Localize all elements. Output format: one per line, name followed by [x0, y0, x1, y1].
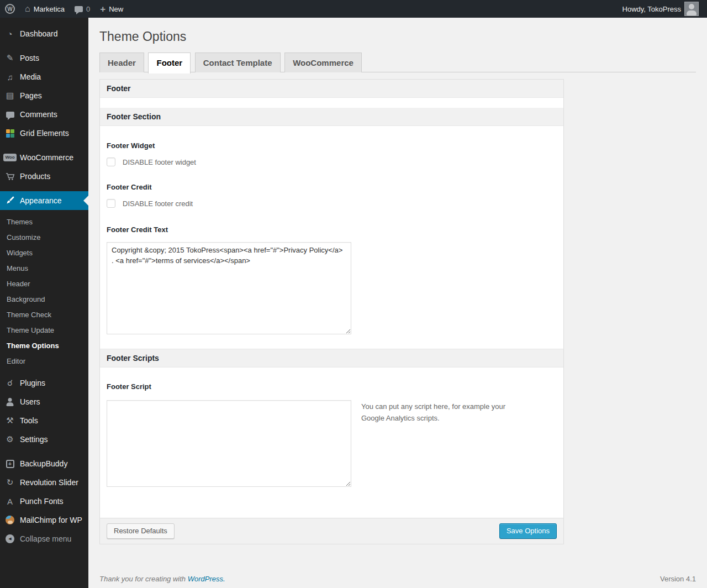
backup-drive-icon: +: [0, 460, 20, 468]
sidebar-item-posts[interactable]: ✎ Posts: [0, 49, 88, 67]
tab-woocommerce[interactable]: WooCommerce: [284, 53, 362, 72]
mailchimp-monkey-icon: [0, 516, 20, 524]
sidebar-item-label: Comments: [20, 110, 57, 119]
sidebar-item-label: WooCommerce: [20, 153, 73, 162]
account-menu[interactable]: Howdy, TokoPress: [618, 0, 704, 18]
group-body-empty: [100, 98, 563, 108]
collapse-menu-button[interactable]: ◀ Collapse menu: [0, 529, 88, 548]
submenu-item-editor[interactable]: Editor: [0, 354, 88, 369]
sidebar-item-tools[interactable]: ⚒ Tools: [0, 411, 88, 430]
wordpress-link[interactable]: WordPress.: [188, 575, 225, 583]
appearance-submenu: Themes Customize Widgets Menus Header Ba…: [0, 210, 88, 374]
sidebar-item-media[interactable]: ♫ Media: [0, 67, 88, 86]
admin-sidebar: ◔ Dashboard ✎ Posts ♫ Media ▤ Pages Comm…: [0, 18, 88, 588]
sidebar-item-dashboard[interactable]: ◔ Dashboard: [0, 24, 88, 43]
comments-icon: [0, 112, 20, 118]
footer-script-row: You can put any script here, for example…: [107, 400, 557, 487]
settings-icon: ⚙: [0, 434, 20, 444]
sidebar-item-woocommerce[interactable]: Woo WooCommerce: [0, 148, 88, 167]
sidebar-item-label: Appearance: [20, 196, 62, 206]
letter-a-icon: A: [0, 497, 20, 506]
sidebar-item-label: Users: [20, 397, 40, 407]
sidebar-item-products[interactable]: Products: [0, 167, 88, 186]
plugin-icon: ☌: [0, 378, 20, 388]
new-content-menu[interactable]: + New: [95, 0, 128, 18]
section-header-footer-scripts: Footer Scripts: [100, 349, 563, 368]
submenu-item-theme-update[interactable]: Theme Update: [0, 323, 88, 338]
submenu-item-widgets[interactable]: Widgets: [0, 245, 88, 261]
sidebar-item-settings[interactable]: ⚙ Settings: [0, 430, 88, 449]
submenu-item-header[interactable]: Header: [0, 276, 88, 292]
new-label: New: [109, 5, 123, 13]
tab-contact-template[interactable]: Contact Template: [195, 53, 281, 72]
footer-script-help: You can put any script here, for example…: [361, 400, 530, 487]
grid-elements-icon: [0, 129, 20, 138]
submenu-item-background[interactable]: Background: [0, 292, 88, 307]
sidebar-item-pages[interactable]: ▤ Pages: [0, 86, 88, 105]
footer-credit-label: Footer Credit: [107, 183, 557, 191]
sidebar-item-users[interactable]: Users: [0, 392, 88, 411]
submenu-item-menus[interactable]: Menus: [0, 261, 88, 276]
admin-footer: Thank you for creating with WordPress. V…: [99, 575, 696, 588]
sidebar-item-punch-fonts[interactable]: A Punch Fonts: [0, 492, 88, 511]
sidebar-item-label: Punch Fonts: [20, 497, 64, 506]
comments-bubble-icon: [75, 6, 83, 12]
disable-footer-credit-checkbox[interactable]: [107, 199, 115, 208]
comments-menu[interactable]: 0: [70, 0, 95, 18]
sidebar-item-comments[interactable]: Comments: [0, 105, 88, 124]
user-icon: [0, 397, 20, 406]
save-options-button[interactable]: Save Options: [499, 523, 557, 539]
sidebar-item-label: BackupBuddy: [20, 459, 67, 469]
collapse-menu-label: Collapse menu: [20, 534, 71, 544]
submenu-item-theme-check[interactable]: Theme Check: [0, 307, 88, 323]
admin-bar: W ⌂ Marketica 0 + New Howdy, TokoPress: [0, 0, 707, 18]
sidebar-item-label: Grid Elements: [20, 129, 69, 138]
panel-action-bar: Restore Defaults Save Options: [100, 518, 563, 544]
sidebar-item-label: Pages: [20, 91, 42, 101]
sidebar-item-plugins[interactable]: ☌ Plugins: [0, 374, 88, 392]
footer-script-label: Footer Script: [107, 382, 557, 391]
wp-logo-menu[interactable]: W: [0, 0, 20, 18]
site-name-menu[interactable]: ⌂ Marketica: [20, 0, 70, 18]
sidebar-item-label: Media: [20, 72, 41, 82]
avatar-person-icon: [685, 3, 698, 15]
sidebar-item-revolution-slider[interactable]: ↻ Revolution Slider: [0, 473, 88, 492]
howdy-label: Howdy, TokoPress: [622, 5, 681, 13]
rotate-arrows-icon: ↻: [0, 477, 20, 487]
footer-widget-label: Footer Widget: [107, 141, 557, 150]
options-panel: Footer Footer Section Footer Widget DISA…: [99, 79, 564, 544]
footer-credit-text-label: Footer Credit Text: [107, 225, 557, 234]
disable-footer-widget-label[interactable]: DISABLE footer widget: [123, 158, 196, 166]
sidebar-item-label: Tools: [20, 416, 38, 426]
submenu-item-theme-options[interactable]: Theme Options: [0, 338, 88, 354]
cart-icon: [0, 172, 20, 181]
paintbrush-icon: [0, 196, 20, 205]
group-header-footer: Footer: [100, 80, 563, 98]
disable-footer-widget-checkbox[interactable]: [107, 158, 115, 166]
tab-header[interactable]: Header: [99, 53, 144, 72]
submenu-item-themes[interactable]: Themes: [0, 214, 88, 230]
sidebar-item-grid-elements[interactable]: Grid Elements: [0, 124, 88, 143]
wordpress-logo-icon: W: [5, 4, 15, 14]
sidebar-item-appearance[interactable]: Appearance: [0, 191, 88, 210]
sidebar-item-backupbuddy[interactable]: + BackupBuddy: [0, 454, 88, 473]
sidebar-item-mailchimp[interactable]: MailChimp for WP: [0, 511, 88, 529]
footer-credit-checkbox-row: DISABLE footer credit: [107, 199, 557, 208]
sidebar-item-label: Revolution Slider: [20, 478, 78, 487]
site-name-label: Marketica: [34, 5, 65, 13]
sidebar-item-label: Dashboard: [20, 29, 58, 39]
menu-separator: [0, 43, 88, 49]
plus-icon: +: [100, 4, 105, 14]
restore-defaults-button[interactable]: Restore Defaults: [107, 523, 175, 539]
dashboard-icon: ◔: [0, 29, 20, 39]
menu-separator: [0, 449, 88, 454]
footer-script-textarea[interactable]: [107, 400, 351, 487]
submenu-item-customize[interactable]: Customize: [0, 230, 88, 245]
footer-thanks: Thank you for creating with WordPress.: [99, 575, 225, 583]
avatar: [684, 2, 699, 16]
tab-footer[interactable]: Footer: [148, 53, 191, 74]
thanks-text: Thank you for creating with: [99, 575, 188, 583]
menu-separator: [0, 143, 88, 148]
footer-credit-text-textarea[interactable]: Copyright &copy; 2015 TokoPress<span><a …: [107, 242, 351, 334]
disable-footer-credit-label[interactable]: DISABLE footer credit: [123, 200, 193, 208]
